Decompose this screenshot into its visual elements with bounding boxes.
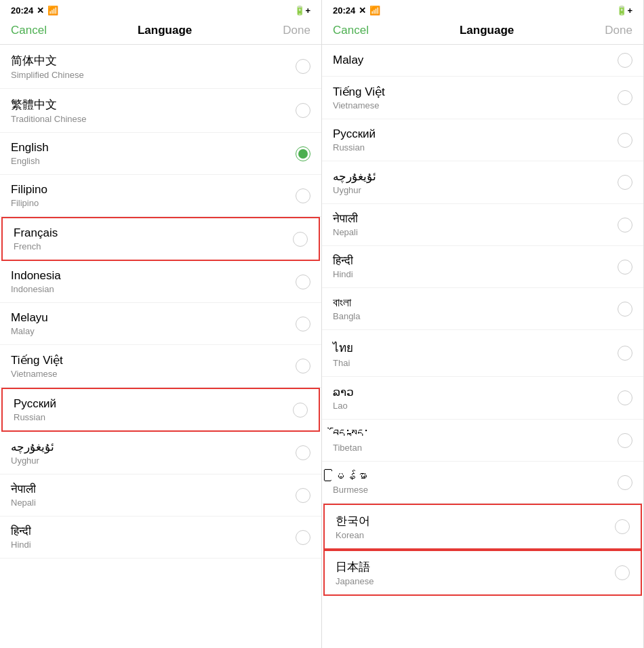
language-subtitle: Uyghur <box>11 455 54 466</box>
language-subtitle: Tibetan <box>333 443 369 453</box>
language-subtitle: Russian <box>14 412 56 422</box>
language-subtitle: French <box>14 241 58 251</box>
language-item[interactable]: FilipinoFilipino <box>0 175 321 217</box>
language-text: Tiếng ViệtVietnamese <box>333 85 385 110</box>
language-item[interactable]: РусскийRussian <box>1 388 320 432</box>
language-item[interactable]: हिन्दीHindi <box>0 517 321 559</box>
language-item[interactable]: ລາວLao <box>322 377 643 420</box>
language-name: 日本語 <box>336 559 374 575</box>
radio-button[interactable] <box>296 146 310 161</box>
language-name: 한국어 <box>336 513 370 529</box>
language-text: ئۇيغۇرچەUyghur <box>333 169 376 195</box>
language-subtitle: Russian <box>333 142 376 153</box>
radio-button[interactable] <box>296 445 310 460</box>
radio-button[interactable] <box>618 175 632 190</box>
radio-button[interactable] <box>296 275 310 289</box>
language-name: नेपाली <box>11 483 36 496</box>
right-panel: 20:24 ✕ 📶 🔋+ Cancel Language Done MalayT… <box>322 0 644 648</box>
radio-button[interactable] <box>618 218 632 232</box>
language-item[interactable]: FrançaisFrench <box>1 217 320 261</box>
language-text: Malay <box>333 54 363 67</box>
status-bar-left: 20:24 ✕ 📶 🔋+ <box>0 0 321 18</box>
radio-button[interactable] <box>296 530 310 545</box>
radio-button[interactable] <box>618 390 632 405</box>
language-subtitle: Japanese <box>336 576 374 586</box>
language-item[interactable]: हिन्दीHindi <box>322 246 643 288</box>
wifi-icon-left: 📶 <box>47 5 58 16</box>
language-name: Français <box>14 226 58 240</box>
language-name: Melayu <box>11 311 48 325</box>
radio-button[interactable] <box>293 403 308 418</box>
nav-title-right: Language <box>460 24 514 37</box>
radio-button[interactable] <box>296 188 310 203</box>
radio-button[interactable] <box>615 519 630 534</box>
language-item[interactable]: ئۇيغۇرچەUyghur <box>0 432 321 474</box>
language-item[interactable]: MelayuMalay <box>0 303 321 345</box>
language-text: नेपालीNepali <box>333 212 358 237</box>
nav-bar-right: Cancel Language Done <box>322 18 643 45</box>
radio-button[interactable] <box>296 359 310 373</box>
language-item[interactable]: বাংলাBangla <box>322 288 643 330</box>
radio-button[interactable] <box>296 317 310 331</box>
language-name: Русский <box>14 397 56 411</box>
language-item[interactable]: РусскийRussian <box>322 119 643 161</box>
radio-button[interactable] <box>618 475 632 490</box>
language-text: 繁體中文Traditional Chinese <box>11 97 87 124</box>
status-left: 20:24 ✕ 📶 <box>11 5 58 16</box>
radio-button[interactable] <box>293 232 308 247</box>
radio-button[interactable] <box>618 90 632 105</box>
language-name: नेपाली <box>333 212 358 226</box>
language-name: བོད་སྐད་ <box>333 428 369 441</box>
status-left-right: 20:24 ✕ 📶 <box>333 5 380 16</box>
done-button-right[interactable]: Done <box>605 24 632 37</box>
cancel-button-right[interactable]: Cancel <box>333 24 369 37</box>
language-subtitle: Traditional Chinese <box>11 114 87 124</box>
language-item[interactable]: नेपालीNepali <box>0 474 321 517</box>
done-button-left[interactable]: Done <box>283 24 310 37</box>
language-text: ລາວLao <box>333 385 354 411</box>
signal-icon-left: ✕ <box>37 5 44 16</box>
language-item[interactable]: ไทยThai <box>322 330 643 377</box>
status-right-left: 🔋+ <box>294 5 310 16</box>
language-text: MelayuMalay <box>11 311 48 336</box>
radio-button[interactable] <box>296 488 310 503</box>
radio-button[interactable] <box>618 433 632 448</box>
status-right-right: 🔋+ <box>616 5 632 16</box>
radio-button[interactable] <box>296 59 310 74</box>
signal-icon-right: ✕ <box>359 5 366 16</box>
radio-button[interactable] <box>618 53 632 68</box>
radio-button[interactable] <box>618 302 632 317</box>
language-item[interactable]: 한국어Korean <box>323 504 642 550</box>
radio-button[interactable] <box>296 103 310 118</box>
language-item[interactable]: မြန်မာBurmese <box>322 462 643 504</box>
language-item[interactable]: བོད་སྐད་Tibetan <box>322 420 643 462</box>
language-text: 日本語Japanese <box>336 559 374 586</box>
radio-button[interactable] <box>618 260 632 275</box>
language-text: ئۇيغۇرچەUyghur <box>11 440 54 466</box>
language-item[interactable]: 日本語Japanese <box>323 550 642 596</box>
language-subtitle: Simplified Chinese <box>11 70 84 80</box>
language-name: 简体中文 <box>11 53 84 68</box>
language-item[interactable]: नेपालीNepali <box>322 204 643 246</box>
language-item[interactable]: Malay <box>322 45 643 77</box>
language-subtitle: Vietnamese <box>11 369 63 379</box>
time-right: 20:24 <box>333 5 355 16</box>
language-name: हिन्दी <box>333 254 353 268</box>
language-item[interactable]: Tiếng ViệtVietnamese <box>322 77 643 119</box>
language-name: ئۇيغۇرچە <box>11 440 54 454</box>
language-subtitle: Lao <box>333 401 354 411</box>
nav-bar-left: Cancel Language Done <box>0 18 321 45</box>
language-item[interactable]: 简体中文Simplified Chinese <box>0 45 321 89</box>
radio-button[interactable] <box>615 565 630 580</box>
language-item[interactable]: Tiếng ViệtVietnamese <box>0 345 321 388</box>
language-item[interactable]: EnglishEnglish <box>0 133 321 175</box>
language-item[interactable]: 繁體中文Traditional Chinese <box>0 89 321 133</box>
radio-button[interactable] <box>618 133 632 148</box>
radio-button[interactable] <box>618 346 632 361</box>
language-subtitle: English <box>11 156 49 166</box>
language-item[interactable]: IndonesiaIndonesian <box>0 261 321 303</box>
language-item[interactable]: ئۇيغۇرچەUyghur <box>322 161 643 204</box>
language-subtitle: Nepali <box>11 498 36 508</box>
language-text: IndonesiaIndonesian <box>11 269 61 294</box>
cancel-button-left[interactable]: Cancel <box>11 24 47 37</box>
